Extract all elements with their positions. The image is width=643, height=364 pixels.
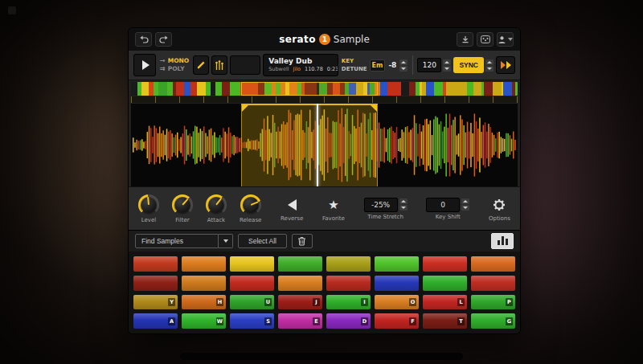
sync-button[interactable]: SYNC	[453, 57, 484, 73]
key-value-badge[interactable]: Em	[370, 59, 386, 72]
sample-pad[interactable]	[375, 276, 419, 291]
keyboard-mode-button[interactable]	[230, 55, 260, 75]
sample-pad[interactable]	[471, 256, 515, 272]
time-stretch-control: -25% Time Stretch	[364, 198, 408, 220]
sample-pad[interactable]: L	[423, 295, 467, 310]
tempo-down-button[interactable]	[443, 66, 451, 72]
overview-selection[interactable]	[241, 82, 378, 96]
chevron-down-icon	[508, 38, 513, 41]
detune-label: DETUNE	[342, 67, 367, 72]
playhead[interactable]	[317, 104, 318, 186]
controls-bar: LevelFilterAttackRelease Reverse ★ Favor…	[129, 186, 520, 230]
select-all-button[interactable]: Select All	[238, 234, 287, 248]
pad-key-label: L	[457, 298, 465, 306]
release-knob[interactable]	[240, 194, 261, 215]
sample-pad[interactable]	[423, 276, 467, 291]
sample-pad[interactable]	[230, 276, 274, 291]
time-stretch-label: Time Stretch	[367, 215, 403, 220]
sample-pad[interactable]: E	[278, 313, 322, 329]
chevron-down-icon	[223, 239, 228, 243]
sample-pad[interactable]	[133, 256, 178, 272]
sample-pad[interactable]	[182, 256, 226, 272]
sample-pad[interactable]: I	[326, 295, 371, 310]
options-label: Options	[489, 216, 510, 222]
sample-pad[interactable]: H	[182, 295, 226, 310]
play-icon	[142, 60, 149, 70]
sample-pad[interactable]: U	[230, 295, 274, 310]
download-icon	[461, 35, 469, 43]
bars-icon	[502, 236, 504, 245]
track-overview[interactable]	[131, 82, 518, 96]
track-artist: Subwell	[268, 67, 289, 72]
sync-down-button[interactable]	[485, 66, 494, 72]
sample-pad[interactable]	[278, 256, 322, 272]
sample-pad[interactable]: Y	[133, 295, 178, 310]
sample-pad[interactable]: G	[471, 313, 515, 329]
knob-pointer	[147, 196, 149, 204]
time-stretch-up-button[interactable]	[399, 198, 408, 204]
sample-pad[interactable]: O	[375, 295, 419, 310]
sample-pad[interactable]	[375, 256, 419, 272]
key-shift-up-button[interactable]	[461, 198, 469, 204]
pitch-pen-tool-button[interactable]	[193, 55, 209, 75]
pad-key-label: Y	[168, 298, 175, 306]
attack-knob[interactable]	[206, 194, 227, 215]
level-knob[interactable]	[138, 194, 159, 215]
waveform-display[interactable]	[131, 104, 518, 186]
video-progress-bar[interactable]	[180, 353, 463, 360]
undo-button[interactable]	[135, 32, 152, 47]
track-info[interactable]: Valley Dub Subwell Jilo 110.78 0:23	[263, 54, 338, 76]
serato-dj-icon	[506, 61, 511, 69]
key-shift-down-button[interactable]	[461, 205, 469, 211]
sample-pad[interactable]: D	[326, 313, 371, 329]
sample-pad[interactable]	[326, 256, 371, 272]
sample-pad[interactable]: P	[471, 295, 515, 310]
user-menu-button[interactable]	[497, 32, 514, 47]
find-samples-caret-button[interactable]	[219, 234, 233, 248]
favorite-button[interactable]: ★	[325, 196, 342, 214]
tempo-group: 120	[417, 58, 451, 72]
key-shift-value[interactable]: 0	[426, 198, 460, 212]
options-button[interactable]	[490, 196, 508, 214]
track-tag: Jilo	[293, 67, 301, 72]
serato-sample-window: serato 1 Sample	[129, 28, 520, 333]
tempo-value[interactable]: 120	[417, 58, 441, 72]
sample-pad[interactable]: A	[133, 313, 178, 329]
sample-pad[interactable]: F	[375, 313, 419, 329]
knob-label: Filter	[175, 218, 189, 223]
sample-pad[interactable]	[278, 276, 322, 291]
delete-button[interactable]	[292, 234, 313, 248]
sample-pad[interactable]	[326, 276, 371, 291]
find-samples-dropdown[interactable]: Find Samples	[135, 234, 219, 248]
pad-view-toggle-button[interactable]	[491, 233, 514, 249]
sample-pad[interactable]: T	[423, 313, 467, 329]
detune-down-button[interactable]	[399, 66, 408, 72]
play-button[interactable]	[133, 54, 156, 76]
export-button[interactable]	[457, 32, 473, 47]
sample-pad[interactable]	[230, 256, 274, 272]
midi-button[interactable]	[477, 32, 494, 47]
sync-up-button[interactable]	[485, 59, 494, 65]
serato-dj-link-button[interactable]	[496, 56, 515, 74]
time-stretch-value[interactable]: -25%	[364, 198, 398, 212]
filter-knob[interactable]	[172, 194, 193, 215]
sample-pad[interactable]: S	[230, 313, 274, 329]
sample-pad[interactable]	[182, 276, 226, 291]
redo-button[interactable]	[155, 32, 172, 47]
detune-up-button[interactable]	[399, 59, 408, 65]
favorite-control: ★ Favorite	[322, 196, 345, 222]
bars-icon	[498, 240, 500, 245]
sample-pad[interactable]: W	[182, 313, 226, 329]
sample-pad[interactable]	[423, 256, 467, 272]
voice-mode-toggle[interactable]: → MONO ⇉ POLY	[158, 58, 190, 72]
sample-pad[interactable]	[133, 276, 178, 291]
time-stretch-down-button[interactable]	[399, 205, 408, 211]
cue-tool-button[interactable]	[211, 55, 227, 75]
sample-pad[interactable]	[471, 276, 515, 291]
sample-pad[interactable]: J	[278, 295, 322, 310]
detune-value: -8	[387, 61, 397, 69]
transport-toolbar: → MONO ⇉ POLY Valley Dub Subwel	[129, 51, 520, 80]
waveform-selection[interactable]	[241, 104, 378, 186]
tempo-up-button[interactable]	[443, 59, 451, 65]
reverse-button[interactable]	[283, 196, 301, 214]
